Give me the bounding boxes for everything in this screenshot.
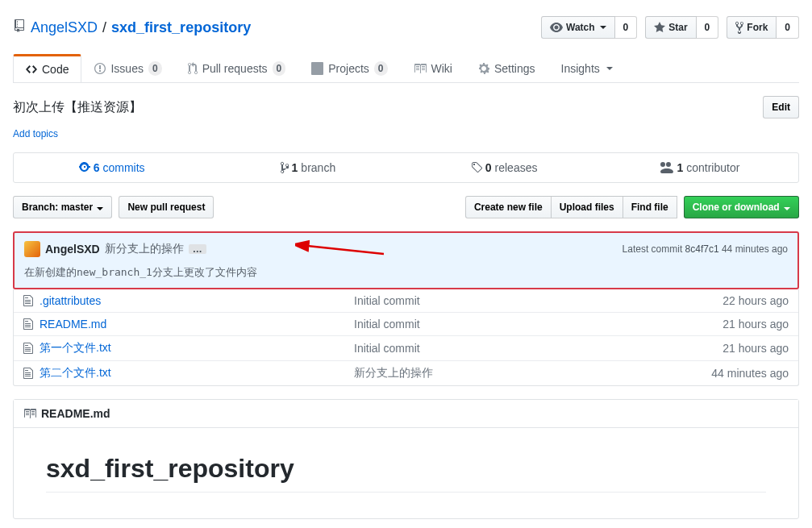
star-group[interactable]: Star 0 <box>645 16 718 39</box>
file-age: 22 hours ago <box>722 294 789 307</box>
file-icon <box>23 342 40 355</box>
commit-description: 在新创建的new_branch_1分支上更改了文件内容 <box>24 265 788 280</box>
stats-bar: 6 commits 1 branch 0 releases 1 contribu… <box>13 152 799 183</box>
file-commit-msg[interactable]: Initial commit <box>354 318 722 331</box>
file-icon <box>23 294 40 307</box>
commit-message-link[interactable]: 新分支上的操作 <box>105 242 184 256</box>
commit-author-link[interactable]: AngelSXD <box>45 243 100 256</box>
file-icon <box>23 318 40 331</box>
file-link[interactable]: 第二个文件.txt <box>40 366 111 379</box>
tab-issues[interactable]: Issues0 <box>81 55 174 82</box>
edit-button[interactable]: Edit <box>763 96 799 118</box>
add-topics-link[interactable]: Add topics <box>13 128 58 152</box>
file-link[interactable]: README.md <box>40 318 106 331</box>
fork-icon <box>735 21 743 34</box>
repo-title: AngelSXD / sxd_first_repository <box>13 19 251 36</box>
file-age: 21 hours ago <box>722 342 789 355</box>
file-row: 第一个文件.txtInitial commit21 hours ago <box>14 335 798 360</box>
ellipsis-icon[interactable]: … <box>189 244 206 254</box>
file-icon <box>23 367 40 380</box>
readme-box: README.md sxd_first_repository <box>13 399 799 519</box>
owner-link[interactable]: AngelSXD <box>31 19 98 36</box>
create-file-button[interactable]: Create new file <box>465 196 552 218</box>
file-commit-msg[interactable]: 新分支上的操作 <box>354 366 711 380</box>
file-link[interactable]: .gitattributes <box>40 294 101 307</box>
chevron-down-icon <box>97 207 103 210</box>
fork-group[interactable]: Fork 0 <box>727 16 799 39</box>
chevron-down-icon <box>600 26 606 29</box>
tab-code[interactable]: Code <box>13 54 81 82</box>
commit-meta: Latest commit 8c4f7c1 44 minutes ago <box>623 243 788 255</box>
clone-download-button[interactable]: Clone or download <box>684 196 799 218</box>
file-row: README.mdInitial commit21 hours ago <box>14 312 798 335</box>
chevron-down-icon <box>606 67 613 70</box>
upload-files-button[interactable]: Upload files <box>551 196 623 218</box>
file-age: 21 hours ago <box>722 318 789 331</box>
new-pull-request-button[interactable]: New pull request <box>119 196 214 218</box>
file-row: 第二个文件.txt新分支上的操作44 minutes ago <box>14 360 798 385</box>
commit-tease: AngelSXD 新分支上的操作 … Latest commit 8c4f7c1… <box>13 231 799 289</box>
commits-stat[interactable]: 6 commits <box>14 153 210 182</box>
tab-settings[interactable]: Settings <box>465 55 548 82</box>
tab-wiki[interactable]: Wiki <box>401 55 465 82</box>
repo-description: 初次上传【推送资源】 <box>13 99 142 116</box>
tab-insights[interactable]: Insights <box>548 55 626 82</box>
avatar <box>24 241 40 257</box>
file-age: 44 minutes ago <box>711 367 789 380</box>
star-count[interactable]: 0 <box>697 16 719 39</box>
repo-link[interactable]: sxd_first_repository <box>111 19 251 36</box>
file-commit-msg[interactable]: Initial commit <box>354 342 722 355</box>
find-file-button[interactable]: Find file <box>623 196 677 218</box>
book-icon <box>23 407 36 420</box>
fork-count[interactable]: 0 <box>777 16 799 39</box>
watch-group[interactable]: Watch 0 <box>541 16 637 39</box>
branches-stat[interactable]: 1 branch <box>210 153 406 182</box>
commit-sha-link[interactable]: 8c4f7c1 <box>685 243 719 255</box>
star-icon <box>654 21 665 34</box>
chevron-down-icon <box>784 207 790 210</box>
file-commit-msg[interactable]: Initial commit <box>354 294 722 307</box>
readme-heading: sxd_first_repository <box>46 454 766 493</box>
file-list: .gitattributesInitial commit22 hours ago… <box>13 289 799 386</box>
watch-count[interactable]: 0 <box>615 16 638 39</box>
readme-filename: README.md <box>41 407 110 420</box>
releases-stat[interactable]: 0 releases <box>406 153 602 182</box>
file-row: .gitattributesInitial commit22 hours ago <box>14 289 798 312</box>
eye-icon <box>550 21 563 34</box>
repo-icon <box>13 19 26 36</box>
branch-select[interactable]: Branch: master <box>13 196 112 218</box>
tab-pulls[interactable]: Pull requests0 <box>175 55 299 82</box>
contributors-stat[interactable]: 1 contributor <box>602 153 798 182</box>
repo-nav: Code Issues0 Pull requests0 Projects0 Wi… <box>13 55 799 83</box>
file-link[interactable]: 第一个文件.txt <box>40 341 111 354</box>
tab-projects[interactable]: Projects0 <box>298 55 400 82</box>
